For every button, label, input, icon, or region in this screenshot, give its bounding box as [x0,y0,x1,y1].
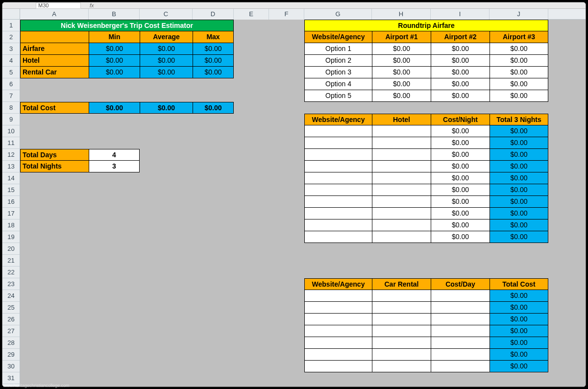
hotel-total[interactable]: $0.00 [490,172,548,184]
row-header[interactable]: 14 [2,172,20,184]
cell[interactable] [140,137,193,149]
cell[interactable] [490,243,548,255]
cell[interactable] [234,243,269,255]
car-agency[interactable] [304,302,372,314]
hotel-total[interactable]: $0.00 [490,161,548,172]
car-total[interactable]: $0.00 [490,314,548,325]
hotel-cost[interactable]: $0.00 [431,184,490,196]
cell[interactable] [193,361,234,372]
cell[interactable] [89,361,140,372]
cell[interactable] [193,78,234,90]
car-hdr-cost[interactable]: Cost/Day [431,278,490,290]
car-name[interactable] [372,302,431,314]
car-name[interactable] [372,361,431,372]
rental-label[interactable]: Rental Car [20,67,89,78]
cell[interactable] [20,372,89,384]
cell[interactable] [234,337,269,349]
cell[interactable] [193,90,234,102]
row-header[interactable]: 3 [2,43,20,55]
row-header[interactable]: 21 [2,255,20,267]
cell[interactable] [431,267,490,278]
col-header[interactable]: J [490,9,548,20]
cell[interactable] [89,137,140,149]
col-header[interactable]: C [140,9,193,20]
hotel-agency[interactable] [304,231,372,243]
row-header[interactable]: 24 [2,290,20,302]
car-total[interactable]: $0.00 [490,302,548,314]
airfare-val[interactable]: $0.00 [431,90,490,102]
row-header[interactable]: 2 [2,31,20,43]
airfare-option[interactable]: Option 1 [304,43,372,55]
cell[interactable] [269,137,304,149]
total-days-label[interactable]: Total Days [20,149,89,161]
hotel-agency[interactable] [304,125,372,137]
hotel-cost[interactable]: $0.00 [431,125,490,137]
cell[interactable] [89,243,140,255]
rental-max[interactable]: $0.00 [193,67,234,78]
cell[interactable] [140,314,193,325]
cell[interactable] [140,78,193,90]
airfare-title[interactable]: Roundtrip Airfare [304,20,548,31]
car-total[interactable]: $0.00 [490,325,548,337]
car-agency[interactable] [304,314,372,325]
hotel-name[interactable] [372,172,431,184]
hotel-agency[interactable] [304,172,372,184]
cell[interactable] [234,67,269,78]
cell[interactable] [372,372,431,384]
cell[interactable] [89,325,140,337]
hdr-airport3[interactable]: Airport #3 [490,31,548,43]
cell[interactable] [89,278,140,290]
cell[interactable] [140,172,193,184]
cell[interactable] [89,290,140,302]
total-max[interactable]: $0.00 [193,102,234,114]
car-cost[interactable] [431,361,490,372]
car-name[interactable] [372,290,431,302]
car-agency[interactable] [304,325,372,337]
cell[interactable] [269,314,304,325]
car-agency[interactable] [304,337,372,349]
cell[interactable] [193,208,234,219]
col-header[interactable]: F [269,9,304,20]
hotel-total[interactable]: $0.00 [490,231,548,243]
airfare-option[interactable]: Option 5 [304,90,372,102]
row-header[interactable]: 26 [2,314,20,325]
col-header[interactable]: B [89,9,140,20]
col-header[interactable]: I [431,9,490,20]
cell[interactable] [269,219,304,231]
cell[interactable] [89,219,140,231]
rental-avg[interactable]: $0.00 [140,67,193,78]
cell[interactable] [269,90,304,102]
row-header[interactable]: 28 [2,337,20,349]
cell[interactable] [269,55,304,67]
cell[interactable] [269,67,304,78]
car-agency[interactable] [304,361,372,372]
hotel-total[interactable]: $0.00 [490,125,548,137]
airfare-option[interactable]: Option 3 [304,67,372,78]
cell[interactable] [269,361,304,372]
cell[interactable] [234,172,269,184]
cell[interactable] [89,184,140,196]
cell[interactable] [20,337,89,349]
hotel-name[interactable] [372,184,431,196]
hotel-cost[interactable]: $0.00 [431,219,490,231]
hotel-total[interactable]: $0.00 [490,149,548,161]
car-name[interactable] [372,337,431,349]
hotel-cost[interactable]: $0.00 [431,231,490,243]
cell[interactable] [269,243,304,255]
cell[interactable] [234,325,269,337]
cell[interactable] [20,219,89,231]
cell[interactable] [372,243,431,255]
cell[interactable] [193,184,234,196]
airfare-option[interactable]: Option 2 [304,55,372,67]
cell[interactable] [234,361,269,372]
cell[interactable] [89,302,140,314]
cell[interactable] [89,196,140,208]
col-header[interactable]: E [234,9,269,20]
hotel-agency[interactable] [304,149,372,161]
hotel-cost[interactable]: $0.00 [431,161,490,172]
cell[interactable] [140,372,193,384]
row-header[interactable]: 17 [2,208,20,219]
cell[interactable] [89,90,140,102]
car-total[interactable]: $0.00 [490,337,548,349]
airfare-option[interactable]: Option 4 [304,78,372,90]
